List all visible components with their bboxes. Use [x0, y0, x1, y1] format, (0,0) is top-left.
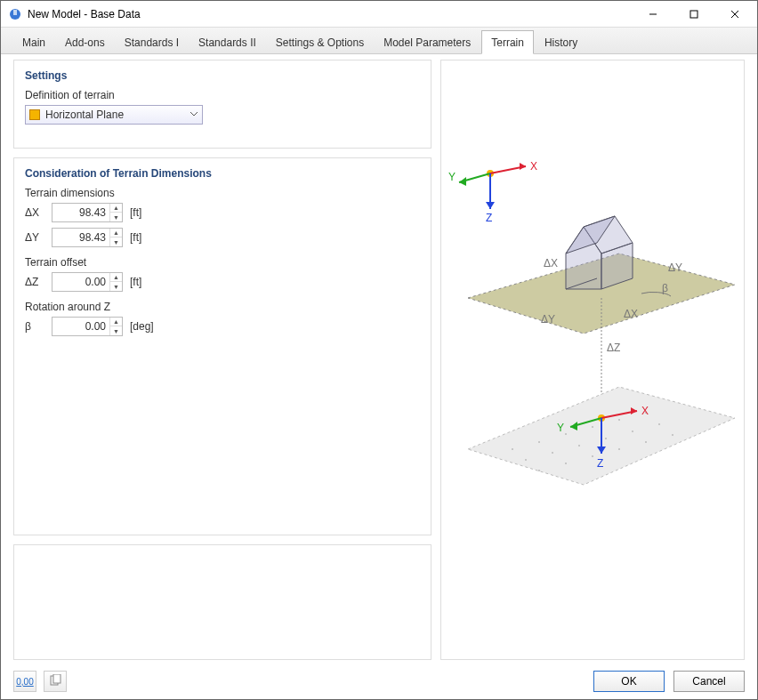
settings-heading: Settings	[25, 69, 420, 82]
copy-button[interactable]	[44, 671, 67, 692]
svg-text:β: β	[662, 282, 668, 294]
tab-settings-options[interactable]: Settings & Options	[267, 31, 373, 53]
dx-input[interactable]: 98.43 ▲▼	[52, 203, 123, 222]
svg-text:Z: Z	[486, 212, 492, 224]
dy-symbol: ΔY	[25, 231, 44, 244]
dy-value: 98.43	[52, 231, 109, 244]
terrain-definition-value: Horizontal Plane	[45, 109, 190, 121]
svg-rect-1	[13, 10, 17, 15]
svg-text:Z: Z	[597, 457, 603, 470]
window-controls	[633, 1, 755, 28]
spin-down-icon[interactable]: ▼	[109, 326, 122, 335]
svg-point-28	[538, 441, 540, 443]
window-title: New Model - Base Data	[28, 8, 633, 20]
svg-rect-56	[53, 674, 60, 683]
dy-unit: [ft]	[130, 231, 141, 244]
upper-axes-icon: X Y Z	[448, 160, 537, 224]
chevron-down-icon	[190, 109, 198, 121]
svg-point-36	[605, 438, 607, 439]
spin-down-icon[interactable]: ▼	[109, 282, 122, 291]
row-dx: ΔX 98.43 ▲▼ [ft]	[25, 203, 420, 222]
dz-value: 0.00	[52, 276, 109, 288]
svg-point-37	[632, 430, 633, 432]
beta-input[interactable]: 0.00 ▲▼	[52, 317, 123, 336]
beta-spinner[interactable]: ▲▼	[109, 318, 122, 335]
svg-marker-8	[520, 163, 526, 170]
svg-text:Y: Y	[448, 171, 456, 183]
svg-point-42	[618, 448, 620, 450]
settings-panel: Settings Definition of terrain Horizonta…	[13, 60, 431, 149]
svg-point-44	[672, 434, 673, 436]
svg-marker-14	[486, 202, 495, 209]
tab-strip: Main Add-ons Standards I Standards II Se…	[1, 28, 757, 54]
footer: 0,00 OK Cancel	[1, 664, 757, 699]
svg-point-31	[618, 419, 620, 421]
spin-up-icon[interactable]: ▲	[109, 229, 122, 237]
titlebar: New Model - Base Data	[1, 1, 757, 28]
svg-rect-3	[690, 11, 698, 18]
svg-text:X: X	[530, 160, 537, 173]
tab-standards-2[interactable]: Standards II	[190, 31, 265, 53]
app-icon	[8, 7, 22, 21]
ruler-icon: 0,00	[16, 677, 33, 687]
empty-panel	[13, 544, 431, 660]
spin-up-icon[interactable]: ▲	[109, 204, 122, 213]
svg-point-29	[565, 433, 567, 435]
rotation-label: Rotation around Z	[25, 301, 420, 313]
svg-text:ΔY: ΔY	[541, 313, 555, 326]
minimize-button[interactable]	[633, 1, 673, 28]
ok-button[interactable]: OK	[593, 671, 665, 692]
svg-point-35	[578, 445, 580, 447]
beta-symbol: β	[25, 320, 44, 333]
tab-addons[interactable]: Add-ons	[56, 31, 114, 53]
dy-spinner[interactable]: ▲▼	[109, 229, 122, 246]
svg-point-40	[565, 463, 567, 464]
dx-unit: [ft]	[130, 206, 141, 219]
tab-history[interactable]: History	[536, 31, 586, 53]
svg-point-30	[592, 426, 593, 428]
spin-down-icon[interactable]: ▼	[109, 237, 122, 246]
terrain-preview: X Y Z ΔX ΔY ΔY ΔX β	[440, 60, 745, 660]
spin-down-icon[interactable]: ▼	[109, 213, 122, 221]
svg-point-43	[645, 441, 647, 443]
dz-symbol: ΔZ	[25, 276, 44, 288]
tab-model-parameters[interactable]: Model Parameters	[375, 31, 480, 53]
plane-color-swatch-icon	[29, 109, 40, 120]
house-model-icon	[566, 216, 633, 289]
dz-input[interactable]: 0.00 ▲▼	[52, 272, 123, 292]
terrain-offset-label: Terrain offset	[25, 256, 420, 269]
dx-spinner[interactable]: ▲▼	[109, 204, 122, 221]
svg-point-34	[552, 452, 553, 454]
units-button[interactable]: 0,00	[13, 671, 36, 692]
spin-up-icon[interactable]: ▲	[109, 273, 122, 282]
svg-text:X: X	[641, 405, 649, 417]
terrain-definition-dropdown[interactable]: Horizontal Plane	[25, 105, 203, 125]
dz-spinner[interactable]: ▲▼	[109, 273, 122, 291]
svg-point-33	[525, 459, 527, 461]
dy-input[interactable]: 98.43 ▲▼	[52, 228, 123, 247]
dialog-window: New Model - Base Data Main Add-ons Stand…	[0, 0, 758, 700]
tab-main[interactable]: Main	[13, 31, 54, 53]
row-dy: ΔY 98.43 ▲▼ [ft]	[25, 228, 420, 247]
close-button[interactable]	[714, 1, 755, 28]
tab-terrain[interactable]: Terrain	[481, 30, 534, 54]
dimensions-panel: Consideration of Terrain Dimensions Terr…	[13, 157, 431, 535]
maximize-button[interactable]	[673, 1, 714, 28]
svg-text:Y: Y	[557, 422, 564, 434]
definition-label: Definition of terrain	[25, 89, 420, 101]
copy-icon	[49, 674, 61, 688]
svg-point-39	[538, 470, 540, 471]
svg-text:ΔZ: ΔZ	[607, 342, 620, 354]
svg-point-38	[658, 423, 660, 425]
left-column: Settings Definition of terrain Horizonta…	[13, 60, 431, 660]
svg-text:ΔX: ΔX	[624, 308, 638, 320]
beta-value: 0.00	[52, 320, 109, 333]
cancel-button[interactable]: Cancel	[673, 671, 745, 692]
svg-point-41	[592, 455, 593, 457]
spin-up-icon[interactable]: ▲	[109, 318, 122, 326]
beta-unit: [deg]	[130, 320, 154, 333]
svg-text:ΔY: ΔY	[668, 261, 682, 274]
dx-value: 98.43	[52, 206, 109, 219]
dimensions-heading: Consideration of Terrain Dimensions	[25, 167, 420, 180]
tab-standards-1[interactable]: Standards I	[116, 31, 188, 53]
